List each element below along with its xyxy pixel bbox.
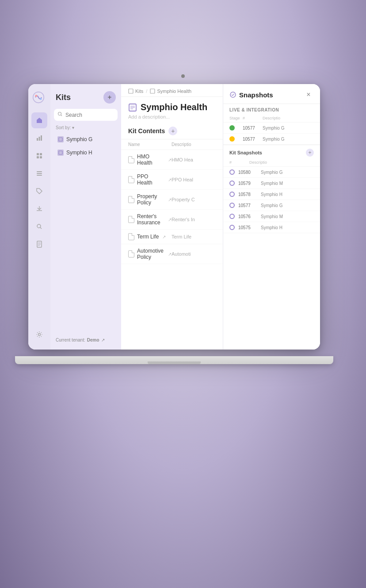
svg-point-2 — [40, 98, 42, 100]
svg-rect-9 — [40, 156, 42, 158]
icon-sidebar — [28, 84, 50, 350]
table-header: Name Descriptio — [121, 139, 223, 150]
table-row[interactable]: Renter's Insurance ↗ Renter's In — [121, 210, 223, 230]
nav-icon-search[interactable] — [31, 219, 47, 234]
kit-snap-row-6[interactable]: 10575 Symphio H — [223, 222, 320, 233]
kit-item-symphio-h[interactable]: Symphio H — [52, 146, 119, 159]
external-link-icon[interactable]: ↗ — [168, 252, 172, 257]
kit-snap-number: 10576 — [238, 214, 258, 219]
svg-rect-7 — [40, 153, 42, 155]
svg-rect-3 — [37, 138, 38, 141]
table-row[interactable]: Property Policy ↗ Property C — [121, 190, 223, 210]
kit-snap-row-2[interactable]: 10579 Symphio M — [223, 178, 320, 189]
search-input[interactable] — [65, 112, 114, 118]
kit-snaps-add-button[interactable]: + — [306, 149, 314, 157]
nav-icon-tag[interactable] — [31, 183, 47, 199]
page-title: Symphio Health — [128, 102, 216, 112]
table-row[interactable]: Automotive Policy ↗ Automoti — [121, 244, 223, 264]
kit-snap-row-1[interactable]: 10580 Symphio G — [223, 167, 320, 178]
breadcrumb-kits[interactable]: Kits — [128, 88, 143, 94]
description-placeholder[interactable]: Add a description... — [128, 114, 216, 119]
close-button[interactable]: × — [303, 89, 314, 100]
snap-description: Symphio G — [263, 137, 314, 142]
external-link-icon[interactable]: ↗ — [168, 197, 172, 202]
kit-snap-row-3[interactable]: 10578 Symphio H — [223, 189, 320, 200]
snap-table-header: Stage # Descriptio — [223, 114, 320, 123]
table-row[interactable]: HMO Health ↗ HMO Hea — [121, 150, 223, 170]
svg-rect-10 — [37, 171, 42, 172]
row-desc: Renter's In — [172, 217, 216, 222]
nav-icon-home[interactable] — [31, 112, 47, 128]
file-icon — [128, 176, 134, 183]
svg-rect-21 — [59, 151, 62, 154]
svg-point-1 — [35, 95, 37, 96]
search-bar — [54, 109, 118, 121]
row-name: Automotive Policy ↗ — [128, 248, 172, 260]
row-desc: Property C — [172, 197, 216, 202]
kit-snap-row-5[interactable]: 10576 Symphio M — [223, 211, 320, 222]
file-icon — [128, 156, 134, 163]
nav-icon-list[interactable] — [31, 165, 47, 181]
snap-col-desc: Descriptio — [263, 116, 314, 120]
kit-snap-number: 10579 — [238, 181, 258, 186]
kit-item-symphio-g[interactable]: Symphio G — [52, 133, 119, 146]
main-content: Kits / Symphio Health — [121, 84, 223, 350]
snapshots-panel: Snapshots × Live & Integration Stage # D… — [223, 84, 320, 350]
svg-point-19 — [58, 112, 61, 115]
external-link-icon[interactable]: ↗ — [101, 338, 105, 342]
table-row[interactable]: PPO Health ↗ PPO Heal — [121, 170, 223, 190]
external-link-icon[interactable]: ↗ — [168, 217, 172, 222]
nav-icon-chart[interactable] — [31, 130, 47, 146]
row-name-text: PPO Health — [137, 173, 164, 186]
snap-row-live-1[interactable]: 10577 Symphio G — [223, 123, 320, 134]
stage-indicator-live — [229, 125, 235, 131]
kit-snaps-label: Kit Snapshots — [229, 150, 262, 155]
snap-gear-icon — [229, 214, 235, 219]
svg-rect-22 — [129, 89, 133, 93]
breadcrumb-current: Symphio Health — [150, 88, 191, 94]
col-desc-header: Descriptio — [172, 142, 216, 147]
kits-panel: Kits + Sort by: ▾ — [50, 84, 121, 350]
kit-snap-number: 10578 — [238, 192, 258, 197]
app-logo — [32, 91, 46, 105]
snapshots-title-text: Snapshots — [239, 91, 273, 99]
external-link-icon[interactable]: ↗ — [168, 177, 172, 182]
snapshots-header: Snapshots × — [223, 84, 320, 104]
kit-snap-number: 10580 — [238, 170, 258, 175]
snap-gear-icon — [229, 181, 235, 186]
table-row[interactable]: Term Life ↗ Term Life — [121, 230, 223, 244]
snap-row-live-2[interactable]: 10577 Symphio G — [223, 134, 320, 145]
kit-snap-row-4[interactable]: 10577 Symphio G — [223, 200, 320, 211]
add-content-button[interactable]: + — [168, 127, 177, 135]
nav-icon-import[interactable] — [31, 201, 47, 217]
sort-bar: Sort by: ▾ — [50, 124, 121, 133]
external-link-icon[interactable]: ↗ — [162, 234, 166, 239]
camera-dot — [181, 74, 185, 78]
tenant-name: Demo — [87, 338, 99, 342]
kit-snap-description: Symphio G — [261, 170, 314, 175]
external-link-icon[interactable]: ↗ — [168, 158, 172, 162]
row-name: Term Life ↗ — [128, 233, 172, 240]
sort-label: Sort by: — [56, 125, 71, 130]
snap-number: 10577 — [243, 126, 263, 131]
svg-rect-4 — [39, 137, 40, 141]
file-icon — [128, 250, 134, 257]
svg-rect-23 — [150, 89, 155, 93]
snap-gear-icon — [229, 203, 235, 208]
live-integration-label: Live & Integration — [223, 104, 320, 114]
row-name-text: Property Policy — [137, 193, 164, 206]
kit-item-label-2: Symphio H — [66, 150, 92, 156]
sort-dropdown[interactable]: ▾ — [72, 125, 74, 130]
kits-add-button[interactable]: + — [103, 91, 116, 104]
kits-footer: Current tenant: Demo ↗ — [50, 334, 121, 346]
snap-col-stage: Stage — [229, 116, 243, 120]
settings-button[interactable] — [31, 327, 47, 342]
breadcrumb-sep: / — [146, 88, 147, 94]
nav-icon-report[interactable] — [31, 236, 47, 252]
kit-snaps-col-number: # — [229, 160, 249, 165]
laptop-screen: Kits + Sort by: ▾ — [28, 84, 320, 350]
row-name-text: Term Life — [137, 234, 159, 240]
nav-icon-grid[interactable] — [31, 148, 47, 164]
snap-col-number: # — [243, 116, 263, 120]
kit-snaps-header: Kit Snapshots + — [223, 145, 320, 158]
